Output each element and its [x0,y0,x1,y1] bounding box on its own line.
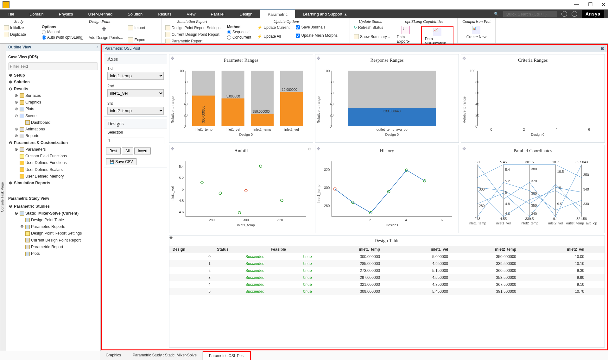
outline-collapse-icon[interactable]: ‹ [97,45,98,49]
menu-learning[interactable]: Learning and Support ▴ [295,9,354,18]
update-all-button[interactable]: ⚡Update All [257,34,289,39]
tree-graphics[interactable]: ⊕Graphics [8,99,98,106]
all-button[interactable]: All [122,147,133,154]
menu-physics[interactable]: Physics [51,9,81,18]
col-i1t[interactable]: inlet1_temp [315,246,383,253]
best-button[interactable]: Best [106,147,121,154]
tree-surfaces[interactable]: ⊕Surfaces [8,92,98,99]
tab-parametric-study[interactable]: Parametric Study : Static_Mixer-Solve [127,351,203,360]
console-task-tab[interactable]: Console Task Page [0,44,6,351]
psv-cdpr[interactable]: Current Design Point Report [8,237,98,244]
table-row[interactable]: 4Succeededtrue321.0000004.850000367.5000… [169,281,605,288]
move-icon[interactable]: ✥ [171,146,174,151]
update-mesh-check[interactable]: Update Mesh Morphs [296,33,338,38]
menu-parallel[interactable]: Parallel [203,9,232,18]
move-icon[interactable]: ✥ [169,235,173,240]
axis3-select[interactable]: inlet2_temp [107,107,164,115]
gear-icon[interactable]: ⚙ [307,147,311,151]
minimize-button[interactable]: — [574,2,579,8]
psv-static-mixer[interactable]: ⊖Static_Mixer-Solve (Current) [8,210,98,217]
move-icon[interactable]: ✥ [462,56,466,61]
menu-file[interactable]: File [0,9,22,18]
table-row[interactable]: 1Succeededtrue285.0000004.950000339.5000… [169,260,605,267]
menu-results[interactable]: Results [150,9,179,18]
create-new-compare-button[interactable]: 📊 Create New [465,26,488,39]
tree-animations[interactable]: ⊕Animations [8,126,98,133]
invert-button[interactable]: Invert [134,147,151,154]
dp-report-settings-button[interactable]: Design Point Report Settings [165,25,220,31]
tree-udf[interactable]: User Defined Functions [8,160,98,166]
tree-reports[interactable]: ⊕Reports [8,133,98,139]
col-i2t[interactable]: inlet2_temp [451,246,519,253]
export-button[interactable]: Export [128,37,145,43]
menu-view[interactable]: View [179,9,203,18]
table-row[interactable]: 0Succeededtrue300.0000005.000000350.0000… [169,253,605,260]
tree-scene[interactable]: ⊖Scene [8,113,98,119]
table-row[interactable]: 5Succeededtrue309.0000005.450000381.5000… [169,288,605,295]
psv-dp-table[interactable]: Design Point Table [8,217,98,223]
tree-results[interactable]: ⊖Results [8,86,98,92]
tree-plots[interactable]: ⊕Plots [8,106,98,112]
psv-plots[interactable]: Plots [8,250,98,257]
col-i1v[interactable]: inlet1_vel [383,246,451,253]
tree-dashboard[interactable]: Dashboard [8,119,98,126]
menu-design[interactable]: Design [232,9,260,18]
current-dp-report-button[interactable]: Current Design Point Report [165,31,219,38]
save-csv-button[interactable]: 💾 Save CSV [106,158,136,165]
sequential-radio[interactable]: Sequential [227,29,251,35]
import-button[interactable]: Import [128,25,145,31]
user-icon[interactable] [572,11,577,17]
filter-input[interactable] [8,62,98,70]
axis1-select[interactable]: inlet1_temp [107,72,164,80]
col-design[interactable]: Design [169,246,214,253]
menu-parametric[interactable]: Parametric [260,9,295,18]
initialize-button[interactable]: Initialize [4,25,24,31]
move-icon[interactable]: ✥ [317,146,320,151]
svg-text:40: 40 [184,102,187,106]
panel-close-icon[interactable]: ⊠ [601,46,604,51]
psv-dprs[interactable]: Design Point Report Settings [8,230,98,237]
psv-param-reports[interactable]: ⊖Parametric Reports [8,223,98,230]
concurrent-radio[interactable]: Concurrent [227,35,251,40]
tree-cff[interactable]: Custom Field Functions [8,153,98,160]
menu-user-defined[interactable]: User-Defined [81,9,120,18]
add-design-points-button[interactable]: ➕ Add Design Points... [87,27,125,40]
tree-uds[interactable]: User Defined Scalars [8,166,98,173]
auto-radio[interactable]: Auto (with optiSLang) [42,35,84,40]
table-row[interactable]: 3Succeededtrue297.0000004.550000353.5000… [169,274,605,281]
tree-parameters[interactable]: ⊕Parameters [8,146,98,153]
menu-domain[interactable]: Domain [22,9,51,18]
close-button[interactable]: ✕ [601,2,605,8]
col-feasible[interactable]: Feasible [268,246,315,253]
tab-parametric-osl-post[interactable]: Parametric OSL Post [203,351,251,360]
col-i2v[interactable]: inlet2_vel [519,246,587,253]
axis2-select[interactable]: inlet1_vel [107,89,164,97]
col-status[interactable]: Status [214,246,268,253]
maximize-button[interactable]: ❐ [588,2,592,8]
table-row[interactable]: 2Succeededtrue273.0000005.150000360.5000… [169,267,605,274]
move-icon[interactable]: ✥ [171,56,174,61]
tree-udm[interactable]: User Defined Memory [8,173,98,180]
move-icon[interactable]: ✥ [317,56,320,61]
manual-radio[interactable]: Manual [42,29,84,35]
move-icon[interactable]: ✥ [462,146,466,151]
selection-input[interactable] [107,137,164,144]
data-export-button[interactable]: ⇩ Data Export▾ [395,26,417,44]
update-current-button[interactable]: ⚡Update Current [257,25,289,30]
tree-simreports[interactable]: ⊕Simulation Reports [8,180,98,186]
help-icon[interactable] [561,11,567,17]
tree-params-custom[interactable]: ⊖Parameters & Customization [8,140,98,146]
menu-solution[interactable]: Solution [120,9,150,18]
show-summary-button[interactable]: Show Summary... [354,34,390,40]
quick-search-input[interactable] [503,11,557,17]
svg-text:4.6: 4.6 [179,210,184,214]
psv-parametric-studies[interactable]: ⊖Parametric Studies [8,203,98,210]
duplicate-button[interactable]: Duplicate [4,31,26,38]
save-journals-check[interactable]: Save Journals [296,25,338,30]
tab-graphics[interactable]: Graphics [100,351,127,360]
psv-pr[interactable]: Parametric Report [8,244,98,250]
tree-solution[interactable]: ⊕Solution [8,79,98,85]
tree-setup[interactable]: ⊕Setup [8,72,98,79]
refresh-status-button[interactable]: ↻Refresh Status [354,25,383,30]
parametric-report-button[interactable]: Parametric Report [165,38,202,44]
